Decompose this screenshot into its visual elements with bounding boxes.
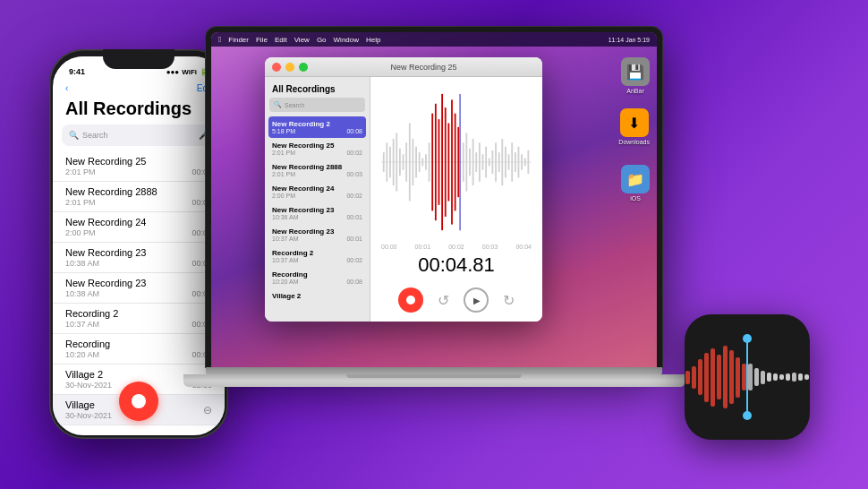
item-time: 10:37 AM bbox=[272, 236, 299, 242]
search-icon: 🔍 bbox=[274, 101, 282, 108]
vm-main-panel: 00:00 00:01 00:02 00:03 00:04 00:04.81 ↺ bbox=[370, 77, 542, 322]
voice-memos-window: New Recording 25 All Recordings 🔍 Search… bbox=[265, 57, 542, 322]
svg-rect-20 bbox=[445, 107, 447, 217]
menu-help[interactable]: Help bbox=[366, 36, 380, 44]
menu-file[interactable]: File bbox=[256, 36, 268, 44]
item-name: New Recording 23 bbox=[272, 227, 362, 236]
signal-icon: ●●● bbox=[166, 68, 180, 76]
timecode: 00:03 bbox=[482, 244, 498, 250]
vm-waveform bbox=[381, 84, 532, 240]
svg-rect-40 bbox=[508, 154, 510, 169]
svg-rect-15 bbox=[429, 142, 430, 182]
vm-list-item[interactable]: New Recording 25 2:01 PM00:02 bbox=[265, 138, 370, 159]
app-icon-top-dot bbox=[743, 334, 752, 343]
vm-list-item[interactable]: New Recording 23 10:36 AM00:01 bbox=[265, 202, 370, 224]
item-name: New Recording 2888 bbox=[272, 163, 362, 171]
svg-rect-35 bbox=[492, 150, 494, 174]
desktop-icon-anbar[interactable]: 💾 AnBar bbox=[621, 57, 650, 94]
timecode: 00:00 bbox=[381, 244, 397, 250]
list-item[interactable]: New Recording 23 10:38 AM00:02 bbox=[53, 243, 225, 273]
vm-rewind-button[interactable]: ↺ bbox=[438, 292, 449, 309]
vm-list-item[interactable]: New Recording 23 10:37 AM00:01 bbox=[265, 224, 370, 245]
minimize-button[interactable] bbox=[285, 63, 294, 72]
svg-rect-4 bbox=[393, 139, 395, 185]
svg-rect-27 bbox=[465, 133, 467, 191]
vm-list-item[interactable]: Recording 10:20 AM00:08 bbox=[265, 267, 370, 288]
vm-timecodes: 00:00 00:01 00:02 00:03 00:04 bbox=[370, 244, 542, 250]
vm-list-item[interactable]: Recording 2 10:37 AM00:02 bbox=[265, 245, 370, 267]
vm-list-item[interactable]: New Recording 2 5:18 PM00:08 bbox=[268, 116, 366, 138]
list-item[interactable]: New Recording 25 2:01 PM00:03 bbox=[53, 151, 225, 182]
item-dur: 00:02 bbox=[346, 193, 362, 199]
vm-forward-button[interactable]: ↻ bbox=[503, 292, 515, 309]
iphone-back-button[interactable]: ‹ bbox=[65, 83, 68, 93]
iphone-record-button[interactable] bbox=[119, 382, 158, 421]
vm-waveform-area bbox=[370, 77, 542, 244]
svg-rect-44 bbox=[521, 154, 523, 169]
svg-rect-38 bbox=[501, 139, 503, 185]
ios-icon: 📁 bbox=[621, 165, 650, 193]
svg-rect-39 bbox=[505, 147, 506, 178]
iphone-search-bar[interactable]: 🔍 Search 🎤 bbox=[62, 124, 216, 146]
item-date: 10:20 AM bbox=[65, 350, 99, 359]
anbar-icon: 💾 bbox=[621, 57, 650, 86]
item-date: 10:38 AM bbox=[65, 289, 99, 298]
maximize-button[interactable] bbox=[299, 63, 308, 72]
vm-record-button[interactable] bbox=[398, 287, 423, 313]
list-item[interactable]: Recording 2 10:37 AM00:02 bbox=[53, 304, 225, 334]
macbook-notch bbox=[346, 374, 522, 378]
chevron-left-icon: ‹ bbox=[65, 83, 68, 93]
app-icon-center-line bbox=[746, 339, 748, 416]
record-dot bbox=[132, 394, 146, 408]
item-dur: 00:08 bbox=[346, 128, 362, 134]
menu-time: 11:14 Jan 5:19 bbox=[608, 37, 650, 43]
item-time: 10:37 AM bbox=[272, 257, 299, 263]
menu-left:  Finder File Edit View Go Window Help bbox=[218, 35, 380, 44]
item-time: 2:01 PM bbox=[272, 171, 295, 177]
list-item[interactable]: New Recording 2888 2:01 PM00:03 bbox=[53, 182, 225, 212]
item-dur: 00:01 bbox=[346, 236, 362, 242]
list-item[interactable]: Recording 10:20 AM00:09 bbox=[53, 334, 225, 365]
svg-rect-42 bbox=[515, 152, 516, 172]
svg-rect-26 bbox=[463, 142, 464, 182]
apple-menu[interactable]:  bbox=[218, 35, 221, 44]
svg-rect-12 bbox=[419, 152, 421, 172]
menu-view[interactable]: View bbox=[294, 36, 310, 44]
vm-search-input[interactable]: 🔍 Search bbox=[269, 98, 365, 112]
item-name: Recording 2 bbox=[272, 249, 362, 257]
svg-rect-19 bbox=[441, 94, 443, 230]
svg-rect-6 bbox=[399, 149, 401, 176]
menu-edit[interactable]: Edit bbox=[275, 36, 287, 44]
item-time: 2:01 PM bbox=[272, 150, 295, 156]
item-name: New Recording 25 bbox=[65, 156, 212, 167]
menu-go[interactable]: Go bbox=[317, 36, 327, 44]
vm-sidebar: All Recordings 🔍 Search New Recording 2 … bbox=[265, 77, 370, 322]
vm-list-item[interactable]: Village 2 bbox=[265, 288, 370, 304]
iphone-record-button-container bbox=[119, 382, 158, 421]
vm-list-item[interactable]: New Recording 2888 2:01 PM00:03 bbox=[265, 159, 370, 181]
macbook-screen-outer:  Finder File Edit View Go Window Help 1… bbox=[206, 27, 662, 367]
sidebar-title: All Recordings bbox=[265, 77, 370, 98]
iphone-search-placeholder: Search bbox=[82, 131, 108, 140]
vm-list-item[interactable]: New Recording 24 2:00 PM00:02 bbox=[265, 181, 370, 202]
vm-play-button[interactable]: ▶ bbox=[464, 287, 489, 313]
svg-rect-18 bbox=[438, 119, 440, 205]
menu-finder[interactable]: Finder bbox=[228, 36, 249, 44]
svg-rect-32 bbox=[482, 154, 484, 169]
svg-rect-5 bbox=[396, 133, 397, 191]
item-date: 2:00 PM bbox=[65, 228, 96, 237]
menu-window[interactable]: Window bbox=[334, 36, 359, 44]
iphone-notch bbox=[103, 49, 174, 69]
item-name: New Recording 2 bbox=[272, 120, 362, 128]
close-button[interactable] bbox=[272, 63, 281, 72]
svg-rect-41 bbox=[511, 142, 513, 182]
item-time: 10:20 AM bbox=[272, 279, 299, 285]
item-name: New Recording 24 bbox=[65, 217, 212, 227]
svg-rect-10 bbox=[413, 139, 414, 185]
desktop-icon-ios[interactable]: 📁 iOS bbox=[621, 165, 650, 202]
list-item[interactable]: New Recording 23 10:38 AM00:01 bbox=[53, 273, 225, 304]
item-date: 10:37 AM bbox=[65, 320, 99, 329]
list-item[interactable]: New Recording 24 2:00 PM00:02 bbox=[53, 212, 225, 243]
item-name: New Recording 2888 bbox=[65, 186, 212, 197]
desktop-icon-downloads[interactable]: ⬇ Downloads bbox=[618, 108, 650, 145]
